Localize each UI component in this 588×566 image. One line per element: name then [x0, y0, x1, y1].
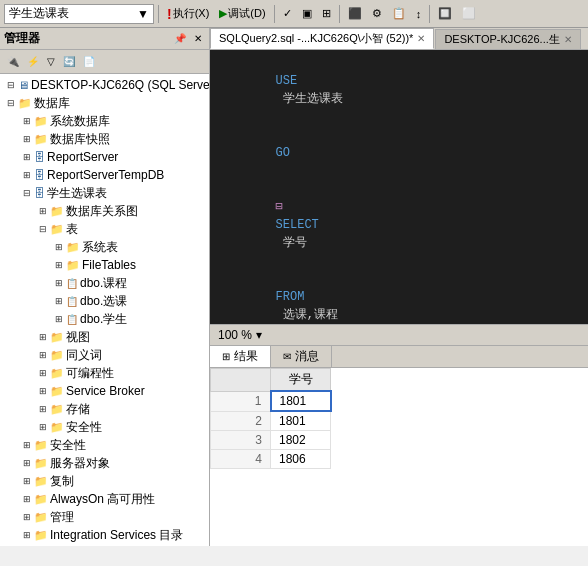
folder-icon-2: 📁 — [34, 133, 48, 146]
tree-item-3[interactable]: ⊞🗄ReportServer — [0, 148, 209, 166]
tree-item-25[interactable]: ⊞📁SQL Server 代理 — [0, 544, 209, 546]
sql-line-1: USE 学生选课表 — [218, 54, 580, 126]
object-explorer-panel: 管理器 📌 ✕ 🔌 ⚡ ▽ 🔄 📄 ⊟ 🖥 DESKTOP-KJC626Q (S… — [0, 28, 210, 546]
kw-use: USE — [276, 74, 298, 88]
sql-editor[interactable]: USE 学生选课表 GO ⊟ SELECT 学号 FROM 选课,课程 WHER… — [210, 50, 588, 324]
exclaim-icon: ! — [167, 6, 172, 22]
tree-label-5: 学生选课表 — [47, 185, 107, 202]
folder-icon-21: 📁 — [34, 475, 48, 488]
tree-item-17[interactable]: ⊞📁存储 — [0, 400, 209, 418]
tree-item-14[interactable]: ⊞📁同义词 — [0, 346, 209, 364]
tree-item-24[interactable]: ⊞📁Integration Services 目录 — [0, 526, 209, 544]
expand-icon-14: ⊞ — [36, 348, 50, 362]
tree-item-13[interactable]: ⊞📁视图 — [0, 328, 209, 346]
folder-icon-17: 📁 — [50, 403, 64, 416]
disconnect-button[interactable]: ⚡ — [24, 54, 42, 69]
play-icon: ▶ — [219, 7, 227, 20]
expand-icon-8: ⊞ — [52, 240, 66, 254]
tree-item-12[interactable]: ⊞📋dbo.学生 — [0, 310, 209, 328]
execute-label: 执行(X) — [173, 6, 210, 21]
tree-item-9[interactable]: ⊞📁FileTables — [0, 256, 209, 274]
tree-item-1[interactable]: ⊞📁系统数据库 — [0, 112, 209, 130]
tree-item-0[interactable]: ⊟📁数据库 — [0, 94, 209, 112]
database-selector[interactable]: 学生选课表 ▼ — [4, 4, 154, 24]
refresh-button[interactable]: 🔄 — [60, 54, 78, 69]
toolbar-btn-6[interactable]: ⬛ — [344, 4, 366, 24]
tree-label-9: FileTables — [82, 258, 136, 272]
expand-icon-7: ⊟ — [36, 222, 50, 236]
tab-desktop-close[interactable]: ✕ — [564, 34, 572, 45]
separator-4 — [429, 5, 430, 23]
object-explorer-tree: ⊟ 🖥 DESKTOP-KJC626Q (SQL Server 11.0. ⊟📁… — [0, 74, 209, 546]
tree-item-23[interactable]: ⊞📁管理 — [0, 508, 209, 526]
tree-item-10[interactable]: ⊞📋dbo.课程 — [0, 274, 209, 292]
pin-button[interactable]: 📌 — [171, 31, 189, 46]
row-value-2[interactable]: 1802 — [271, 431, 331, 450]
expand-icon-18: ⊞ — [36, 420, 50, 434]
tree-label-23: 管理 — [50, 509, 74, 526]
results-table: 学号 11801218013180241806 — [210, 368, 332, 469]
toolbar-btn-10[interactable]: 🔲 — [434, 4, 456, 24]
tree-label-22: AlwaysOn 高可用性 — [50, 491, 155, 508]
row-value-3[interactable]: 1806 — [271, 450, 331, 469]
row-num-2: 3 — [211, 431, 271, 450]
results-tab-messages[interactable]: ✉ 消息 — [271, 346, 332, 367]
tree-item-20[interactable]: ⊞📁服务器对象 — [0, 454, 209, 472]
toolbar-btn-8[interactable]: 📋 — [388, 4, 410, 24]
db-icon-4: 🗄 — [34, 169, 45, 181]
tree-label-0: 数据库 — [34, 95, 70, 112]
tree-item-19[interactable]: ⊞📁安全性 — [0, 436, 209, 454]
tree-item-15[interactable]: ⊞📁可编程性 — [0, 364, 209, 382]
tree-item-18[interactable]: ⊞📁安全性 — [0, 418, 209, 436]
tree-label-2: 数据库快照 — [50, 131, 110, 148]
tree-item-11[interactable]: ⊞📋dbo.选课 — [0, 292, 209, 310]
row-num-1: 2 — [211, 411, 271, 431]
tree-item-5[interactable]: ⊟🗄学生选课表 — [0, 184, 209, 202]
toolbar-btn-4[interactable]: ▣ — [298, 4, 316, 24]
expand-icon-9: ⊞ — [52, 258, 66, 272]
txt-col: 学号 — [276, 236, 307, 250]
db-icon-3: 🗄 — [34, 151, 45, 163]
results-panel: ⊞ 结果 ✉ 消息 学号 118012180 — [210, 346, 588, 546]
toolbar-btn-3[interactable]: ✓ — [279, 4, 296, 24]
toolbar-btn-7[interactable]: ⚙ — [368, 4, 386, 24]
tab-query-close[interactable]: ✕ — [417, 33, 425, 44]
tree-item-6[interactable]: ⊞📁数据库关系图 — [0, 202, 209, 220]
separator-1 — [158, 5, 159, 23]
close-panel-button[interactable]: ✕ — [191, 31, 205, 46]
tree-item-22[interactable]: ⊞📁AlwaysOn 高可用性 — [0, 490, 209, 508]
toolbar-btn-9[interactable]: ↕ — [412, 4, 426, 24]
debug-button[interactable]: ▶ 调试(D) — [215, 4, 269, 24]
row-value-0[interactable]: 1801 — [271, 391, 331, 411]
execute-button[interactable]: ! 执行(X) — [163, 4, 213, 24]
row-value-1[interactable]: 1801 — [271, 411, 331, 431]
folder-icon-13: 📁 — [50, 331, 64, 344]
server-icon: 🖥 — [18, 79, 29, 91]
tree-item-21[interactable]: ⊞📁复制 — [0, 472, 209, 490]
db-icon-5: 🗄 — [34, 187, 45, 199]
kw-go1: GO — [276, 146, 290, 160]
folder-icon-7: 📁 — [50, 223, 64, 236]
tree-item-7[interactable]: ⊟📁表 — [0, 220, 209, 238]
toolbar-btn-11[interactable]: ⬜ — [458, 4, 480, 24]
tree-item-16[interactable]: ⊞📁Service Broker — [0, 382, 209, 400]
folder-icon-14: 📁 — [50, 349, 64, 362]
tab-desktop[interactable]: DESKTOP-KJC626...生 ✕ — [435, 29, 580, 49]
filter-button[interactable]: ▽ — [44, 54, 58, 69]
expand-icon-15: ⊞ — [36, 366, 50, 380]
tree-item-8[interactable]: ⊞📁系统表 — [0, 238, 209, 256]
tab-query[interactable]: SQLQuery2.sql -...KJC626Q\小智 (52))* ✕ — [210, 28, 434, 49]
tree-item-2[interactable]: ⊞📁数据库快照 — [0, 130, 209, 148]
zoom-dropdown-btn[interactable]: ▾ — [256, 328, 262, 342]
properties-button[interactable]: 📄 — [80, 54, 98, 69]
results-tab-results[interactable]: ⊞ 结果 — [210, 346, 271, 367]
tree-label-21: 复制 — [50, 473, 74, 490]
toolbar-btn-5[interactable]: ⊞ — [318, 4, 335, 24]
expand-icon-10: ⊞ — [52, 276, 66, 290]
table-icon-11: 📋 — [66, 296, 78, 307]
tree-label-7: 表 — [66, 221, 78, 238]
tree-label-11: dbo.选课 — [80, 293, 127, 310]
tree-item-4[interactable]: ⊞🗄ReportServerTempDB — [0, 166, 209, 184]
connect-button[interactable]: 🔌 — [4, 54, 22, 69]
server-node[interactable]: ⊟ 🖥 DESKTOP-KJC626Q (SQL Server 11.0. — [0, 76, 209, 94]
